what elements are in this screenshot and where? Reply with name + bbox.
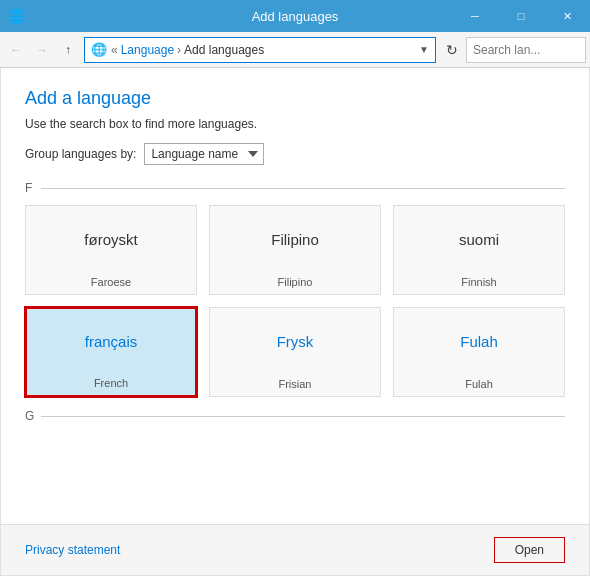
group-by-label: Group languages by: xyxy=(25,147,136,161)
title-bar: 🌐 Add languages ─ □ ✕ xyxy=(0,0,590,32)
lang-english-frisian: Frisian xyxy=(278,374,311,396)
open-button[interactable]: Open xyxy=(494,537,565,563)
maximize-button[interactable]: □ xyxy=(498,0,544,32)
lang-native-frisian: Frysk xyxy=(210,308,380,374)
privacy-link[interactable]: Privacy statement xyxy=(25,543,120,557)
breadcrumb-separator: « xyxy=(111,43,118,57)
section-g-divider: G xyxy=(25,409,565,423)
lang-native-faroese: føroyskt xyxy=(26,206,196,272)
search-input[interactable] xyxy=(466,37,586,63)
lang-card-finnish[interactable]: suomi Finnish xyxy=(393,205,565,295)
group-by-row: Group languages by: Language name Script xyxy=(25,143,565,165)
lang-card-filipino[interactable]: Filipino Filipino xyxy=(209,205,381,295)
page-title: Add a language xyxy=(25,88,565,109)
lang-english-filipino: Filipino xyxy=(278,272,313,294)
lang-native-finnish: suomi xyxy=(394,206,564,272)
divider-line-f xyxy=(41,188,565,189)
address-dropdown-icon[interactable]: ▼ xyxy=(419,44,429,55)
up-button[interactable]: ↑ xyxy=(56,38,80,62)
address-field[interactable]: 🌐 « Language › Add languages ▼ xyxy=(84,37,436,63)
lang-english-finnish: Finnish xyxy=(461,272,496,294)
language-grid-f: føroyskt Faroese Filipino Filipino suomi… xyxy=(25,205,565,397)
group-by-select[interactable]: Language name Script xyxy=(144,143,264,165)
page-subtitle: Use the search box to find more language… xyxy=(25,117,565,131)
minimize-button[interactable]: ─ xyxy=(452,0,498,32)
lang-card-frisian[interactable]: Frysk Frisian xyxy=(209,307,381,397)
lang-native-french: français xyxy=(27,309,195,373)
lang-native-fulah: Fulah xyxy=(394,308,564,374)
section-f-divider: F xyxy=(25,181,565,195)
window-controls: ─ □ ✕ xyxy=(452,0,590,32)
footer: Privacy statement Open xyxy=(0,524,590,576)
breadcrumb-arrow: › xyxy=(177,43,181,57)
address-icon: 🌐 xyxy=(91,42,107,57)
refresh-button[interactable]: ↻ xyxy=(440,38,464,62)
lang-english-faroese: Faroese xyxy=(91,272,131,294)
section-f-letter: F xyxy=(25,181,35,195)
address-bar: ← → ↑ 🌐 « Language › Add languages ▼ ↻ xyxy=(0,32,590,68)
back-button[interactable]: ← xyxy=(4,38,28,62)
breadcrumb: « Language › Add languages xyxy=(111,43,264,57)
divider-line-g xyxy=(41,416,565,417)
lang-english-french: French xyxy=(94,373,128,395)
lang-card-french[interactable]: français French xyxy=(25,307,197,397)
lang-english-fulah: Fulah xyxy=(465,374,493,396)
main-content: Add a language Use the search box to fin… xyxy=(0,68,590,524)
section-g-letter: G xyxy=(25,409,35,423)
close-button[interactable]: ✕ xyxy=(544,0,590,32)
section-g: G xyxy=(25,409,565,423)
lang-native-filipino: Filipino xyxy=(210,206,380,272)
app-icon: 🌐 xyxy=(8,8,24,24)
breadcrumb-current: Add languages xyxy=(184,43,264,57)
lang-card-fulah[interactable]: Fulah Fulah xyxy=(393,307,565,397)
breadcrumb-language[interactable]: Language xyxy=(121,43,174,57)
lang-card-faroese[interactable]: føroyskt Faroese xyxy=(25,205,197,295)
window-title: Add languages xyxy=(252,9,339,24)
forward-button[interactable]: → xyxy=(30,38,54,62)
